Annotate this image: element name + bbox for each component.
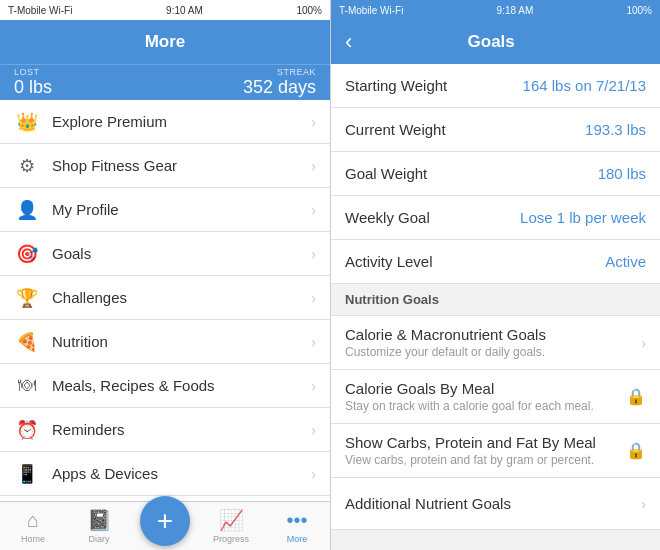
menu-item-4[interactable]: 🏆 Challenges › — [0, 276, 330, 320]
nutrition-text-2: Show Carbs, Protein and Fat By Meal View… — [345, 434, 626, 467]
menu-label-5: Nutrition — [52, 333, 311, 350]
chevron-icon-6: › — [311, 378, 316, 394]
menu-icon-8: 📱 — [14, 461, 40, 487]
goals-row-label-2: Goal Weight — [345, 165, 427, 182]
nutrition-text-3: Additional Nutrient Goals — [345, 495, 641, 512]
nutrition-text-0: Calorie & Macronutrient Goals Customize … — [345, 326, 641, 359]
tab-more[interactable]: ••• More — [264, 502, 330, 550]
menu-label-6: Meals, Recipes & Foods — [52, 377, 311, 394]
nutrition-item-3[interactable]: Additional Nutrient Goals › — [331, 478, 660, 530]
tab-diary[interactable]: 📓 Diary — [66, 502, 132, 550]
menu-item-3[interactable]: 🎯 Goals › — [0, 232, 330, 276]
nutrition-section-header: Nutrition Goals — [331, 284, 660, 316]
nutrition-text-1: Calorie Goals By Meal Stay on track with… — [345, 380, 626, 413]
menu-item-5[interactable]: 🍕 Nutrition › — [0, 320, 330, 364]
lock-icon-1: 🔒 — [626, 387, 646, 406]
right-header: ‹ Goals — [331, 20, 660, 64]
menu-item-6[interactable]: 🍽 Meals, Recipes & Foods › — [0, 364, 330, 408]
tab-icon-3: 📈 — [219, 508, 244, 532]
left-battery: 100% — [296, 5, 322, 16]
lock-icon-2: 🔒 — [626, 441, 646, 460]
goals-row-value-0: 164 lbs on 7/21/13 — [523, 77, 646, 94]
left-header: More — [0, 20, 330, 64]
streak-stat: STREAK 352 days — [243, 67, 316, 98]
menu-item-0[interactable]: 👑 Explore Premium › — [0, 100, 330, 144]
tab-label-3: Progress — [213, 534, 249, 544]
left-header-title: More — [145, 32, 186, 52]
lost-value: 0 lbs — [14, 77, 52, 98]
tab-bar: ⌂ Home 📓 Diary + 📈 Progress ••• More — [0, 501, 330, 550]
menu-icon-0: 👑 — [14, 109, 40, 135]
nutrition-right-0: › — [641, 335, 646, 351]
chevron-icon-0: › — [311, 114, 316, 130]
menu-label-0: Explore Premium — [52, 113, 311, 130]
nutrition-item-1[interactable]: Calorie Goals By Meal Stay on track with… — [331, 370, 660, 424]
right-panel: T-Mobile Wi-Fi 9:18 AM 100% ‹ Goals Star… — [330, 0, 660, 550]
menu-label-4: Challenges — [52, 289, 311, 306]
menu-icon-7: ⏰ — [14, 417, 40, 443]
tab-progress[interactable]: 📈 Progress — [198, 502, 264, 550]
left-status-bar: T-Mobile Wi-Fi 9:10 AM 100% — [0, 0, 330, 20]
chevron-icon-7: › — [311, 422, 316, 438]
menu-item-1[interactable]: ⚙ Shop Fitness Gear › — [0, 144, 330, 188]
left-panel: T-Mobile Wi-Fi 9:10 AM 100% More LOST 0 … — [0, 0, 330, 550]
right-time: 9:18 AM — [497, 5, 534, 16]
chevron-icon-2: › — [311, 202, 316, 218]
chevron-icon-1: › — [311, 158, 316, 174]
menu-list: 👑 Explore Premium › ⚙ Shop Fitness Gear … — [0, 100, 330, 501]
nutrition-sub-2: View carbs, protein and fat by gram or p… — [345, 453, 626, 467]
right-content: Starting Weight 164 lbs on 7/21/13 Curre… — [331, 64, 660, 550]
menu-label-2: My Profile — [52, 201, 311, 218]
goals-row-label-4: Activity Level — [345, 253, 433, 270]
menu-item-8[interactable]: 📱 Apps & Devices › — [0, 452, 330, 496]
menu-label-8: Apps & Devices — [52, 465, 311, 482]
chevron-icon-8: › — [311, 466, 316, 482]
left-time: 9:10 AM — [166, 5, 203, 16]
goals-row-label-0: Starting Weight — [345, 77, 447, 94]
back-button[interactable]: ‹ — [345, 29, 352, 55]
nutrition-right-1: 🔒 — [626, 387, 646, 406]
nutrition-right-3: › — [641, 496, 646, 512]
tab-icon-0: ⌂ — [27, 509, 39, 532]
goals-row-value-2: 180 lbs — [598, 165, 646, 182]
goals-row-3: Weekly Goal Lose 1 lb per week — [331, 196, 660, 240]
tab-home[interactable]: ⌂ Home — [0, 502, 66, 550]
tab-label-0: Home — [21, 534, 45, 544]
nutrition-item-0[interactable]: Calorie & Macronutrient Goals Customize … — [331, 316, 660, 370]
goals-row-1: Current Weight 193.3 lbs — [331, 108, 660, 152]
menu-icon-2: 👤 — [14, 197, 40, 223]
goals-row-label-3: Weekly Goal — [345, 209, 430, 226]
tab-icon-4: ••• — [286, 509, 307, 532]
nutrition-sub-0: Customize your default or daily goals. — [345, 345, 641, 359]
right-battery: 100% — [626, 5, 652, 16]
menu-icon-3: 🎯 — [14, 241, 40, 267]
menu-item-2[interactable]: 👤 My Profile › — [0, 188, 330, 232]
nutrition-sub-1: Stay on track with a calorie goal for ea… — [345, 399, 626, 413]
right-carrier: T-Mobile Wi-Fi — [339, 5, 403, 16]
add-button[interactable]: + — [140, 496, 190, 546]
stats-bar: LOST 0 lbs STREAK 352 days — [0, 64, 330, 100]
menu-icon-5: 🍕 — [14, 329, 40, 355]
goals-row-4: Activity Level Active — [331, 240, 660, 284]
nutrition-title-2: Show Carbs, Protein and Fat By Meal — [345, 434, 626, 451]
goals-row-value-1: 193.3 lbs — [585, 121, 646, 138]
goals-row-value-4: Active — [605, 253, 646, 270]
chevron-icon-nutrition-0: › — [641, 335, 646, 351]
nutrition-item-2[interactable]: Show Carbs, Protein and Fat By Meal View… — [331, 424, 660, 478]
lost-label: LOST — [14, 67, 52, 77]
chevron-icon-4: › — [311, 290, 316, 306]
menu-label-7: Reminders — [52, 421, 311, 438]
chevron-icon-3: › — [311, 246, 316, 262]
goals-row-label-1: Current Weight — [345, 121, 446, 138]
chevron-icon-nutrition-3: › — [641, 496, 646, 512]
streak-label: STREAK — [243, 67, 316, 77]
menu-item-7[interactable]: ⏰ Reminders › — [0, 408, 330, 452]
goals-row-2: Goal Weight 180 lbs — [331, 152, 660, 196]
menu-icon-6: 🍽 — [14, 373, 40, 399]
nutrition-right-2: 🔒 — [626, 441, 646, 460]
streak-value: 352 days — [243, 77, 316, 98]
goals-row-0: Starting Weight 164 lbs on 7/21/13 — [331, 64, 660, 108]
left-carrier: T-Mobile Wi-Fi — [8, 5, 72, 16]
tab-add[interactable]: + — [132, 502, 198, 550]
menu-label-3: Goals — [52, 245, 311, 262]
